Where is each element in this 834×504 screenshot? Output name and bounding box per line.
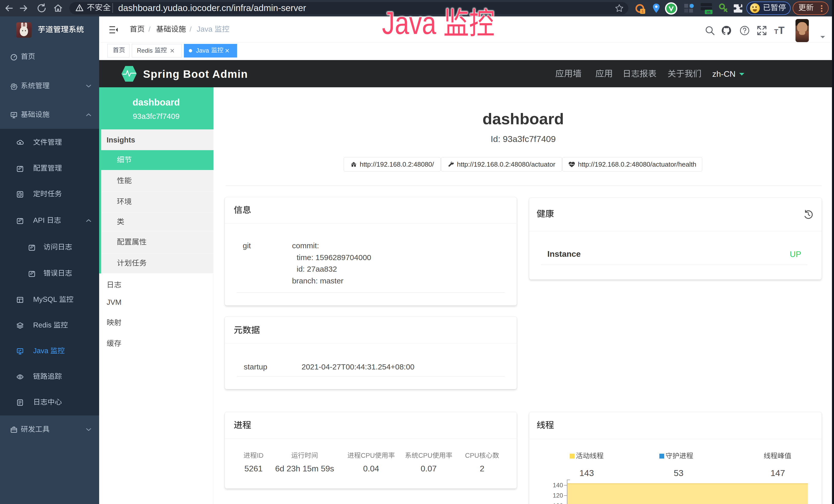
svg-text:on: on [707,10,711,14]
svg-text:1: 1 [642,9,644,13]
